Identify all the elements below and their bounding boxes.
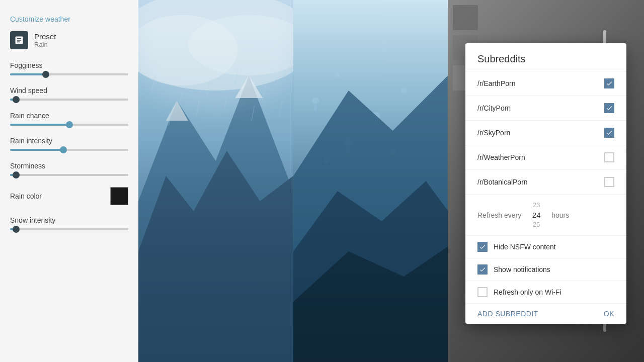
svg-point-22 — [401, 88, 407, 93]
checkbox-weatherporn[interactable] — [604, 152, 614, 162]
image-panel-right — [293, 0, 448, 362]
option-row-nsfw[interactable]: Hide NSFW content — [465, 236, 626, 258]
storminess-slider[interactable] — [10, 174, 128, 176]
preset-text: Preset Rain — [34, 32, 56, 48]
wifi-only-label: Refresh only on Wi-Fi — [494, 288, 561, 296]
fogginess-slider[interactable] — [10, 73, 128, 75]
right-area: Subreddits /r/EarthPorn /r/CityPorn /r/S… — [448, 0, 644, 362]
left-panel: Customize weather Preset Rain Fogginess … — [0, 0, 138, 362]
checkbox-skyporn[interactable] — [604, 128, 614, 138]
subreddit-name: /r/SkyPorn — [477, 129, 510, 137]
rain-intensity-slider[interactable] — [10, 149, 128, 151]
refresh-row: Refresh every 23 24 25 hours — [465, 195, 626, 236]
fogginess-label: Fogginess — [10, 61, 128, 69]
num-24: 24 — [532, 210, 541, 220]
checkbox-hide-nsfw[interactable] — [477, 242, 488, 252]
checkbox-cityporn[interactable] — [604, 103, 614, 113]
rain-chance-label: Rain chance — [10, 112, 128, 120]
refresh-label: Refresh every — [477, 211, 521, 219]
preset-value: Rain — [34, 41, 56, 48]
subreddit-list: /r/EarthPorn /r/CityPorn /r/SkyPorn — [465, 71, 626, 195]
show-notifications-label: Show notifications — [494, 265, 550, 274]
rain-chance-slider[interactable] — [10, 124, 128, 126]
wind-speed-slider[interactable] — [10, 99, 128, 101]
preset-row[interactable]: Preset Rain — [10, 31, 128, 49]
wind-speed-section: Wind speed — [10, 86, 128, 101]
svg-point-20 — [335, 73, 340, 77]
center-panels — [138, 0, 448, 362]
snow-intensity-slider[interactable] — [10, 228, 128, 230]
bg-thumb-1[interactable] — [453, 5, 478, 30]
fogginess-section: Fogginess — [10, 61, 128, 75]
list-item[interactable]: /r/SkyPorn — [465, 121, 626, 145]
subreddit-name: /r/BotanicalPorn — [477, 178, 528, 186]
svg-point-27 — [313, 104, 317, 112]
snow-intensity-section: Snow intensity — [10, 216, 128, 230]
snow-intensity-label: Snow intensity — [10, 216, 128, 224]
storminess-section: Storminess — [10, 162, 128, 176]
list-item[interactable]: /r/BotanicalPorn — [465, 170, 626, 195]
number-scroll[interactable]: 23 24 25 — [527, 201, 545, 229]
option-row-wifi[interactable]: Refresh only on Wi-Fi — [465, 281, 626, 304]
wind-speed-label: Wind speed — [10, 86, 128, 95]
option-row-notifications[interactable]: Show notifications — [465, 258, 626, 281]
preset-label: Preset — [34, 32, 56, 41]
dialog-title: Subreddits — [465, 43, 626, 71]
hours-label: hours — [551, 211, 569, 219]
subreddit-name: /r/EarthPorn — [477, 79, 515, 87]
rain-chance-section: Rain chance — [10, 112, 128, 126]
svg-point-19 — [312, 98, 318, 104]
list-item[interactable]: /r/CityPorn — [465, 96, 626, 121]
subreddit-name: /r/WeatherPorn — [477, 153, 525, 161]
storminess-label: Storminess — [10, 162, 128, 170]
rain-color-row[interactable]: Rain color — [10, 187, 128, 205]
subreddit-name: /r/CityPorn — [477, 104, 511, 112]
subreddits-dialog: Subreddits /r/EarthPorn /r/CityPorn /r/S… — [465, 43, 626, 324]
num-25: 25 — [533, 220, 540, 229]
ok-button[interactable]: OK — [604, 310, 614, 318]
customize-title: Customize weather — [10, 15, 128, 23]
image-panel-left — [138, 0, 293, 362]
checkbox-botanicalporn[interactable] — [604, 177, 614, 187]
rain-intensity-section: Rain intensity — [10, 137, 128, 151]
dialog-actions: ADD SUBREDDIT OK — [465, 304, 626, 324]
checkbox-earthporn[interactable] — [604, 78, 614, 88]
list-item[interactable]: /r/WeatherPorn — [465, 145, 626, 170]
checkbox-notifications[interactable] — [477, 264, 488, 275]
num-23: 23 — [533, 201, 540, 210]
hide-nsfw-label: Hide NSFW content — [494, 243, 556, 251]
checkbox-wifi[interactable] — [477, 287, 488, 297]
rain-color-label: Rain color — [10, 192, 42, 200]
add-subreddit-button[interactable]: ADD SUBREDDIT — [477, 310, 538, 318]
list-item[interactable]: /r/EarthPorn — [465, 71, 626, 96]
rain-intensity-label: Rain intensity — [10, 137, 128, 145]
rain-color-swatch[interactable] — [110, 187, 128, 205]
preset-icon — [10, 31, 28, 49]
